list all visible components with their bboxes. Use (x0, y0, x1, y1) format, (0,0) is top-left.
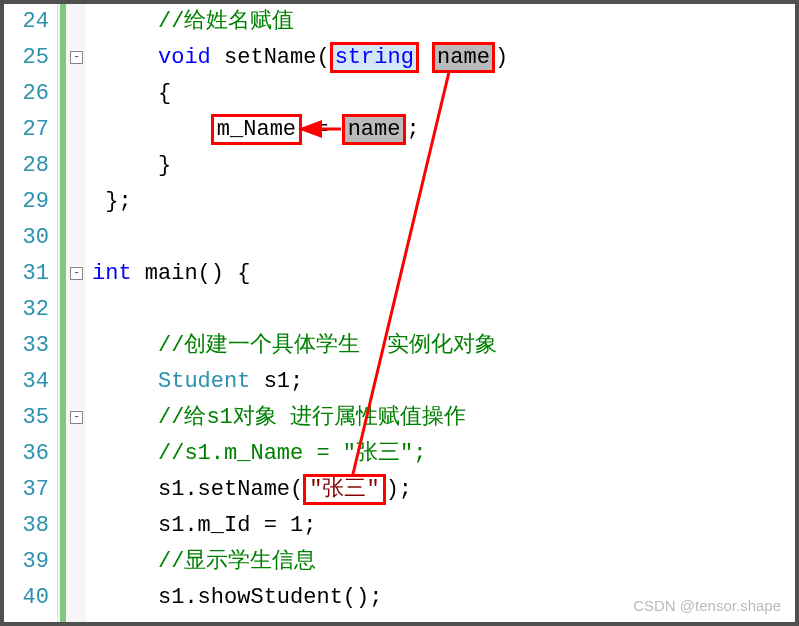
fold-column: - - - (58, 4, 86, 622)
code-line-35[interactable]: //给s1对象 进行属性赋值操作 (92, 400, 795, 436)
var-decl: s1; (250, 369, 303, 394)
type-string-annotation: string (330, 42, 419, 73)
code-line-29[interactable]: }; (92, 184, 795, 220)
line-number: 25 (4, 40, 57, 76)
string-arg-annotation: "张三" (303, 474, 385, 505)
fold-toggle-button[interactable]: - (70, 267, 83, 280)
code-line-24[interactable]: //给姓名赋值 (92, 4, 795, 40)
code-line-31[interactable]: int main() { (92, 256, 795, 292)
fold-toggle-button[interactable]: - (70, 411, 83, 424)
fold-toggle-button[interactable]: - (70, 51, 83, 64)
line-number: 33 (4, 328, 57, 364)
main-decl: main() { (132, 261, 251, 286)
watermark: CSDN @tensor.shape (633, 597, 781, 614)
comment: //给s1对象 进行属性赋值操作 (158, 405, 466, 430)
line-number: 36 (4, 436, 57, 472)
comment: //给姓名赋值 (158, 9, 294, 34)
code-line-34[interactable]: Student s1; (92, 364, 795, 400)
code-line-36[interactable]: //s1.m_Name = "张三"; (92, 436, 795, 472)
comment: //创建一个具体学生 实例化对象 (158, 333, 497, 358)
param-name-annotation: name (432, 42, 495, 73)
comment: //显示学生信息 (158, 549, 316, 574)
code-line-37[interactable]: s1.setName("张三"); (92, 472, 795, 508)
code-line-38[interactable]: s1.m_Id = 1; (92, 508, 795, 544)
line-number: 24 (4, 4, 57, 40)
space (419, 45, 432, 70)
code-line-25[interactable]: void setName(string name) (92, 40, 795, 76)
line-number: 30 (4, 220, 57, 256)
code-line-39[interactable]: //显示学生信息 (92, 544, 795, 580)
method-call: s1.showStudent(); (158, 585, 382, 610)
line-number: 29 (4, 184, 57, 220)
code-line-27[interactable]: m_Name = name; (92, 112, 795, 148)
keyword-int: int (92, 261, 132, 286)
line-number: 26 (4, 76, 57, 112)
code-editor: 24 25 26 27 28 29 30 31 32 33 34 35 36 3… (4, 4, 795, 622)
method-call: s1.setName( (158, 477, 303, 502)
assignment-statement: s1.m_Id = 1; (158, 513, 316, 538)
comment: //s1.m_Name = "张三"; (158, 441, 426, 466)
keyword-void: void (158, 45, 211, 70)
code-line-30[interactable] (92, 220, 795, 256)
line-number-gutter: 24 25 26 27 28 29 30 31 32 33 34 35 36 3… (4, 4, 58, 622)
code-line-32[interactable] (92, 292, 795, 328)
code-line-28[interactable]: } (92, 148, 795, 184)
close-paren: ) (495, 45, 508, 70)
semicolon: ; (406, 117, 419, 142)
code-line-26[interactable]: { (92, 76, 795, 112)
code-area[interactable]: //给姓名赋值 void setName(string name) { m_Na… (86, 4, 795, 622)
close-paren: ); (386, 477, 412, 502)
class-end: }; (105, 189, 131, 214)
open-brace: { (158, 81, 171, 106)
function-name: setName( (211, 45, 330, 70)
assignment-lhs-annotation: m_Name (211, 114, 302, 145)
line-number: 27 (4, 112, 57, 148)
code-line-33[interactable]: //创建一个具体学生 实例化对象 (92, 328, 795, 364)
line-number: 31 (4, 256, 57, 292)
line-number: 35 (4, 400, 57, 436)
line-number: 40 (4, 580, 57, 616)
equals-op: = (302, 117, 342, 142)
assignment-rhs-annotation: name (342, 114, 407, 145)
line-number: 34 (4, 364, 57, 400)
line-number: 37 (4, 472, 57, 508)
line-number: 32 (4, 292, 57, 328)
line-number: 28 (4, 148, 57, 184)
type-student: Student (158, 369, 250, 394)
line-number: 39 (4, 544, 57, 580)
line-number: 38 (4, 508, 57, 544)
close-brace: } (158, 153, 171, 178)
